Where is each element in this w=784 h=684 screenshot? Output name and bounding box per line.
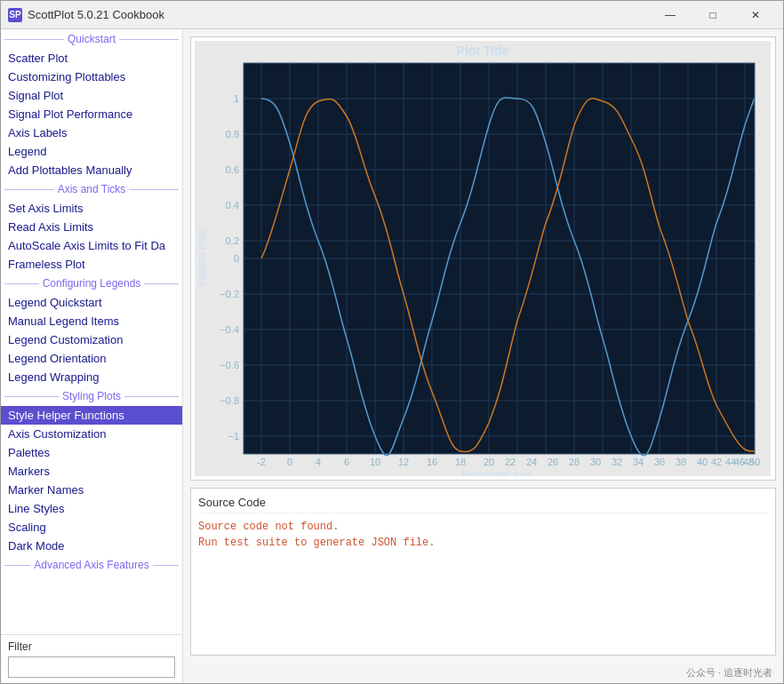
filter-label: Filter <box>8 640 175 653</box>
sidebar-item-legend[interactable]: Legend <box>1 142 182 161</box>
minimize-button[interactable]: — <box>650 1 691 29</box>
svg-text:32: 32 <box>612 457 622 467</box>
svg-text:42: 42 <box>711 457 722 467</box>
sidebar-item-add-plottables-manually[interactable]: Add Plottables Manually <box>1 161 182 179</box>
svg-text:−1: −1 <box>228 431 239 441</box>
svg-text:34: 34 <box>633 457 644 467</box>
section-header-styling-plots: Styling Plots <box>1 386 182 406</box>
sidebar: Quickstart Scatter Plot Customizing Plot… <box>1 29 183 683</box>
source-line-1: Source code not found. <box>198 519 768 535</box>
svg-text:0: 0 <box>287 457 292 467</box>
section-header-axis-ticks: Axis and Ticks <box>1 179 182 199</box>
section-header-quickstart: Quickstart <box>1 29 182 49</box>
filter-input[interactable] <box>8 656 175 678</box>
source-code: Source code not found. Run test suite to… <box>198 519 768 551</box>
svg-text:12: 12 <box>398 457 409 467</box>
svg-text:−0.4: −0.4 <box>220 324 239 335</box>
sidebar-item-signal-plot[interactable]: Signal Plot <box>1 86 182 105</box>
svg-text:30: 30 <box>590 457 601 467</box>
sidebar-item-legend-wrapping[interactable]: Legend Wrapping <box>1 368 182 386</box>
plot-container: Plot Title 1 0.8 0.6 0.4 0.2 0 −0.2 −0.4… <box>190 36 776 481</box>
source-line-2: Run test suite to generate JSON file. <box>198 535 768 551</box>
svg-text:1: 1 <box>234 93 239 104</box>
sidebar-item-legend-quickstart[interactable]: Legend Quickstart <box>1 293 182 312</box>
section-header-advanced-axis: Advanced Axis Features <box>1 555 182 575</box>
sidebar-item-manual-legend-items[interactable]: Manual Legend Items <box>1 312 182 330</box>
svg-text:6: 6 <box>344 457 349 467</box>
sidebar-item-style-helper-functions[interactable]: Style Helper Functions <box>1 406 182 425</box>
svg-text:0.2: 0.2 <box>226 235 239 246</box>
window-title: ScottPlot 5.0.21 Cookbook <box>28 8 164 21</box>
sidebar-item-axis-customization[interactable]: Axis Customization <box>1 425 182 443</box>
svg-text:0.6: 0.6 <box>226 164 239 175</box>
svg-text:28: 28 <box>569 457 580 467</box>
maximize-button[interactable]: □ <box>692 1 733 29</box>
sidebar-item-marker-names[interactable]: Marker Names <box>1 481 182 499</box>
sidebar-item-signal-plot-performance[interactable]: Signal Plot Performance <box>1 105 182 123</box>
titlebar-left: SP ScottPlot 5.0.21 Cookbook <box>8 8 164 22</box>
sidebar-item-markers[interactable]: Markers <box>1 462 182 481</box>
window-controls: — □ ✕ <box>650 1 776 29</box>
svg-text:−0.6: −0.6 <box>220 360 239 370</box>
svg-text:22: 22 <box>505 457 516 467</box>
sidebar-item-line-styles[interactable]: Line Styles <box>1 499 182 518</box>
svg-text:0.4: 0.4 <box>226 200 239 211</box>
sidebar-item-palettes[interactable]: Palettes <box>1 443 182 462</box>
sidebar-item-autoscale-axis-limits[interactable]: AutoScale Axis Limits to Fit Da <box>1 236 182 255</box>
app-icon: SP <box>8 8 22 22</box>
svg-text:Plot Title: Plot Title <box>457 44 509 58</box>
sidebar-item-scatter-plot[interactable]: Scatter Plot <box>1 49 182 68</box>
svg-text:50: 50 <box>749 457 760 467</box>
svg-text:40: 40 <box>697 457 708 467</box>
section-header-legends: Configuring Legends <box>1 274 182 293</box>
sidebar-item-scaling[interactable]: Scaling <box>1 518 182 537</box>
svg-text:0.8: 0.8 <box>226 129 239 139</box>
svg-text:−0.8: −0.8 <box>220 395 239 406</box>
plot-svg: Plot Title 1 0.8 0.6 0.4 0.2 0 −0.2 −0.4… <box>195 41 771 476</box>
sidebar-item-legend-customization[interactable]: Legend Customization <box>1 330 182 349</box>
sidebar-scroll[interactable]: Quickstart Scatter Plot Customizing Plot… <box>1 29 182 634</box>
svg-text:36: 36 <box>654 457 665 467</box>
source-title: Source Code <box>198 496 768 513</box>
svg-text:26: 26 <box>548 457 558 467</box>
svg-text:−0.2: −0.2 <box>220 289 239 299</box>
right-content: Plot Title 1 0.8 0.6 0.4 0.2 0 −0.2 −0.4… <box>183 29 783 683</box>
main-content: Quickstart Scatter Plot Customizing Plot… <box>1 29 783 683</box>
svg-text:16: 16 <box>427 457 437 467</box>
sidebar-item-set-axis-limits[interactable]: Set Axis Limits <box>1 199 182 218</box>
sidebar-item-axis-labels[interactable]: Axis Labels <box>1 123 182 142</box>
main-window: SP ScottPlot 5.0.21 Cookbook — □ ✕ Quick… <box>0 0 784 684</box>
sidebar-item-read-axis-limits[interactable]: Read Axis Limits <box>1 218 182 236</box>
svg-text:18: 18 <box>455 457 466 467</box>
titlebar: SP ScottPlot 5.0.21 Cookbook — □ ✕ <box>1 1 783 29</box>
sidebar-item-frameless-plot[interactable]: Frameless Plot <box>1 255 182 274</box>
svg-text:0: 0 <box>234 253 239 264</box>
svg-text:38: 38 <box>676 457 686 467</box>
svg-text:20: 20 <box>484 457 494 467</box>
svg-text:4: 4 <box>316 457 321 467</box>
svg-text:-2: -2 <box>257 457 266 467</box>
filter-area: Filter <box>1 634 182 683</box>
svg-text:Vertical Axis: Vertical Axis <box>196 230 208 288</box>
sidebar-item-dark-mode[interactable]: Dark Mode <box>1 537 182 555</box>
svg-text:24: 24 <box>526 457 537 467</box>
source-area: Source Code Source code not found. Run t… <box>190 488 776 656</box>
svg-text:10: 10 <box>370 457 380 467</box>
sidebar-item-legend-orientation[interactable]: Legend Orientation <box>1 349 182 368</box>
close-button[interactable]: ✕ <box>735 1 776 29</box>
svg-text:Horizontal Axis: Horizontal Axis <box>461 469 532 476</box>
sidebar-item-customizing-plottables[interactable]: Customizing Plottables <box>1 68 182 86</box>
watermark: 公众号 · 追逐时光者 <box>183 663 783 683</box>
